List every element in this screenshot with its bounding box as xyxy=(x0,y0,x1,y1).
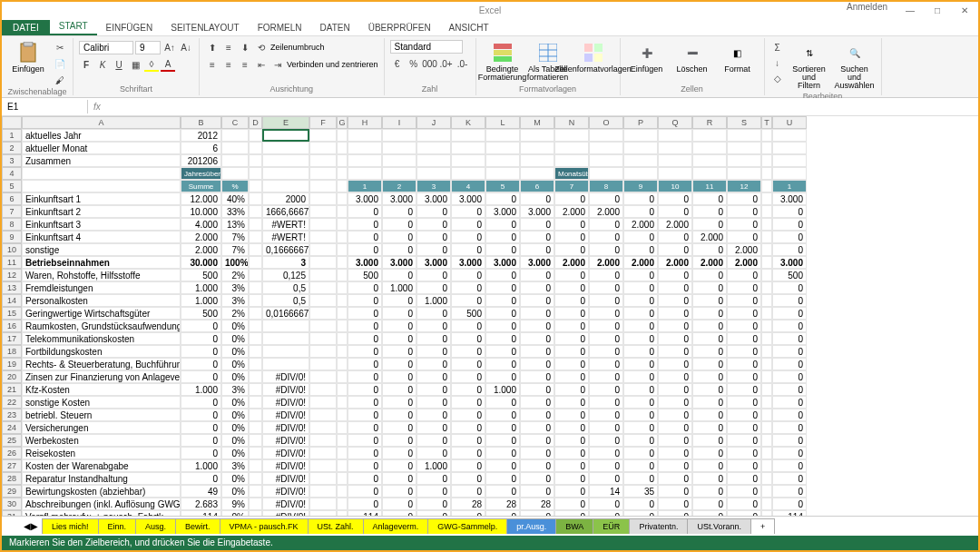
cell-D15[interactable] xyxy=(249,307,262,320)
cell-Q12[interactable]: 0 xyxy=(658,269,692,281)
cell-T6[interactable] xyxy=(761,192,772,205)
cell-I12[interactable]: 0 xyxy=(382,269,416,281)
cell-R24[interactable]: 0 xyxy=(692,421,727,434)
cell-G8[interactable] xyxy=(337,218,348,231)
cell-Q8[interactable]: 2.000 xyxy=(658,218,692,231)
cell-A25[interactable]: Werbekosten xyxy=(22,434,181,447)
cell-N7[interactable]: 2.000 xyxy=(554,205,589,218)
cell-A13[interactable]: Fremdleistungen xyxy=(22,281,181,294)
cell-B4[interactable]: Jahresübersicht xyxy=(181,167,221,180)
cell-M16[interactable]: 0 xyxy=(520,320,554,332)
cell-P18[interactable]: 0 xyxy=(623,345,658,358)
cell-I7[interactable]: 0 xyxy=(382,205,416,218)
cell-C28[interactable]: 0% xyxy=(221,472,249,485)
cell-N9[interactable]: 0 xyxy=(554,231,589,243)
cell-N13[interactable]: 0 xyxy=(554,281,589,294)
cell-D28[interactable] xyxy=(249,472,262,485)
cell-B7[interactable]: 10.000 xyxy=(181,205,221,218)
cell-P5[interactable]: 9 xyxy=(623,180,658,192)
cell-R31[interactable]: 0 xyxy=(692,510,727,516)
cell-F20[interactable] xyxy=(309,370,337,383)
cell-K28[interactable]: 0 xyxy=(451,472,485,485)
cell-E27[interactable]: #DIV/0! xyxy=(262,459,309,472)
cell-G24[interactable] xyxy=(337,421,348,434)
increase-font-icon[interactable]: A↑ xyxy=(162,40,177,54)
cell-N5[interactable]: 7 xyxy=(554,180,589,192)
cell-P20[interactable]: 0 xyxy=(623,370,658,383)
decrease-font-icon[interactable]: A↓ xyxy=(179,40,193,54)
cell-I5[interactable]: 2 xyxy=(382,180,416,192)
cell-G25[interactable] xyxy=(337,434,348,447)
cell-E14[interactable]: 0,5 xyxy=(262,294,309,307)
maximize-button[interactable]: □ xyxy=(924,2,951,18)
cell-N27[interactable]: 0 xyxy=(554,459,589,472)
cell-C2[interactable] xyxy=(221,142,249,154)
font-select[interactable] xyxy=(79,41,133,54)
cell-J8[interactable]: 0 xyxy=(416,218,451,231)
cell-Q17[interactable]: 0 xyxy=(658,332,692,345)
cell-H16[interactable]: 0 xyxy=(348,320,382,332)
col-header-T[interactable]: T xyxy=(761,116,772,129)
cell-R1[interactable] xyxy=(692,129,727,142)
cell-U2[interactable] xyxy=(772,142,807,154)
cell-C7[interactable]: 33% xyxy=(221,205,249,218)
cell-P15[interactable]: 0 xyxy=(623,307,658,320)
cell-P4[interactable] xyxy=(623,167,658,180)
cell-Q14[interactable]: 0 xyxy=(658,294,692,307)
align-right-icon[interactable]: ≡ xyxy=(238,57,252,72)
col-header-F[interactable]: F xyxy=(309,116,337,129)
cell-U20[interactable]: 0 xyxy=(772,370,807,383)
cell-H14[interactable]: 0 xyxy=(348,294,382,307)
cell-L30[interactable]: 28 xyxy=(485,498,520,510)
cell-S15[interactable]: 0 xyxy=(727,307,761,320)
cell-K7[interactable]: 0 xyxy=(451,205,485,218)
cell-U27[interactable]: 0 xyxy=(772,459,807,472)
cell-B17[interactable]: 0 xyxy=(181,332,221,345)
cell-U6[interactable]: 3.000 xyxy=(772,192,807,205)
cell-H6[interactable]: 3.000 xyxy=(348,192,382,205)
cell-E22[interactable]: #DIV/0! xyxy=(262,396,309,409)
row-header-14[interactable]: 14 xyxy=(2,294,22,307)
cell-B1[interactable]: 2012 xyxy=(181,129,221,142)
cell-K30[interactable]: 28 xyxy=(451,498,485,510)
cell-F27[interactable] xyxy=(309,459,337,472)
cell-C15[interactable]: 2% xyxy=(221,307,249,320)
col-header-B[interactable]: B xyxy=(181,116,221,129)
cell-D19[interactable] xyxy=(249,358,262,370)
cell-N30[interactable]: 0 xyxy=(554,498,589,510)
cell-Q6[interactable]: 0 xyxy=(658,192,692,205)
close-button[interactable]: ✕ xyxy=(951,2,978,18)
cell-L6[interactable]: 0 xyxy=(485,192,520,205)
cell-P26[interactable]: 0 xyxy=(623,447,658,459)
cell-A18[interactable]: Fortbildungskosten xyxy=(22,345,181,358)
cell-L20[interactable]: 0 xyxy=(485,370,520,383)
cell-P29[interactable]: 35 xyxy=(623,485,658,498)
spreadsheet-grid[interactable]: ABCDEFGHIJKLMNOPQRSTU1aktuelles Jahr2012… xyxy=(2,116,978,516)
cell-E30[interactable]: #DIV/0! xyxy=(262,498,309,510)
autosum-icon[interactable]: Σ xyxy=(770,40,785,54)
tab-datei[interactable]: DATEI xyxy=(2,20,50,35)
row-header-9[interactable]: 9 xyxy=(2,231,22,243)
cell-Q11[interactable]: 2.000 xyxy=(658,256,692,269)
cell-L27[interactable]: 0 xyxy=(485,459,520,472)
cell-U9[interactable]: 0 xyxy=(772,231,807,243)
cell-H26[interactable]: 0 xyxy=(348,447,382,459)
cell-D30[interactable] xyxy=(249,498,262,510)
cell-T7[interactable] xyxy=(761,205,772,218)
cell-I25[interactable]: 0 xyxy=(382,434,416,447)
cell-B29[interactable]: 49 xyxy=(181,485,221,498)
cell-T18[interactable] xyxy=(761,345,772,358)
cell-J12[interactable]: 0 xyxy=(416,269,451,281)
align-bottom-icon[interactable]: ⬇ xyxy=(238,40,252,54)
cell-R12[interactable]: 0 xyxy=(692,269,727,281)
cell-I29[interactable]: 0 xyxy=(382,485,416,498)
fx-icon[interactable]: fx xyxy=(88,102,106,112)
cell-I16[interactable]: 0 xyxy=(382,320,416,332)
cell-T23[interactable] xyxy=(761,409,772,421)
sheet-tab-GWGSammelp[interactable]: GWG-Sammelp. xyxy=(427,518,507,534)
orientation-icon[interactable]: ⟲ xyxy=(254,40,269,54)
cell-R13[interactable]: 0 xyxy=(692,281,727,294)
cell-H21[interactable]: 0 xyxy=(348,383,382,396)
cell-D22[interactable] xyxy=(249,396,262,409)
cell-U11[interactable]: 3.000 xyxy=(772,256,807,269)
